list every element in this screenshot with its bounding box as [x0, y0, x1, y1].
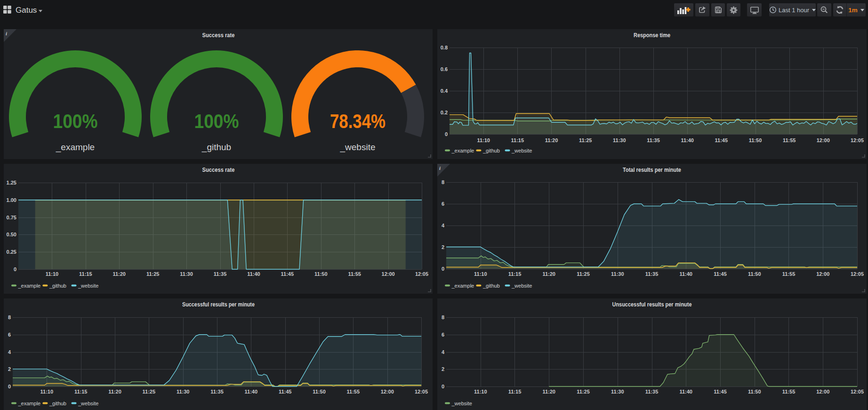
svg-text:Unsuccessful results per minut: Unsuccessful results per minute — [612, 301, 692, 308]
svg-text:11:35: 11:35 — [210, 389, 224, 394]
svg-text:_website: _website — [78, 283, 98, 289]
svg-text:11:45: 11:45 — [279, 389, 292, 394]
svg-text:6: 6 — [442, 332, 444, 338]
svg-text:11:35: 11:35 — [214, 271, 227, 277]
svg-text:1.00: 1.00 — [7, 197, 16, 203]
svg-text:0: 0 — [442, 384, 444, 389]
svg-text:11:45: 11:45 — [281, 271, 294, 277]
svg-text:11:10: 11:10 — [477, 137, 490, 143]
svg-text:11:35: 11:35 — [645, 271, 659, 277]
svg-text:12:00: 12:00 — [817, 137, 830, 143]
svg-text:11:20: 11:20 — [542, 389, 555, 394]
svg-text:11:25: 11:25 — [579, 137, 592, 143]
svg-text:0.25: 0.25 — [7, 249, 16, 255]
svg-text:11:10: 11:10 — [474, 389, 487, 394]
svg-text:Response time: Response time — [634, 32, 670, 39]
svg-text:0: 0 — [8, 384, 11, 389]
svg-text:_website: _website — [511, 148, 532, 153]
svg-text:11:20: 11:20 — [545, 137, 558, 143]
svg-text:_example: _example — [18, 401, 41, 406]
svg-text:_github: _github — [201, 142, 231, 153]
svg-text:11:30: 11:30 — [611, 271, 624, 277]
svg-text:1.25: 1.25 — [7, 180, 16, 185]
svg-text:_website: _website — [511, 283, 532, 289]
svg-text:Total results per minute: Total results per minute — [623, 166, 681, 173]
svg-text:12:00: 12:00 — [816, 271, 829, 277]
svg-text:11:40: 11:40 — [247, 271, 260, 277]
svg-text:_github: _github — [49, 401, 66, 406]
svg-text:11:40: 11:40 — [679, 271, 692, 277]
svg-text:8: 8 — [442, 314, 444, 320]
svg-text:11:25: 11:25 — [146, 271, 160, 277]
svg-text:_example: _example — [451, 283, 474, 289]
svg-text:11:10: 11:10 — [474, 271, 487, 277]
svg-text:11:40: 11:40 — [679, 389, 692, 394]
svg-text:11:30: 11:30 — [177, 389, 190, 394]
svg-text:11:25: 11:25 — [577, 271, 590, 277]
svg-text:100%: 100% — [53, 110, 98, 132]
svg-text:_github: _github — [482, 283, 500, 289]
svg-text:4: 4 — [442, 223, 445, 228]
svg-text:_website: _website — [78, 401, 98, 406]
svg-text:2: 2 — [442, 244, 444, 250]
svg-text:11:35: 11:35 — [647, 137, 660, 143]
svg-text:11:40: 11:40 — [681, 137, 694, 143]
svg-text:11:55: 11:55 — [782, 271, 796, 277]
svg-text:11:15: 11:15 — [511, 137, 524, 143]
svg-text:_example: _example — [56, 142, 95, 153]
svg-text:_example: _example — [18, 283, 41, 289]
svg-text:11:15: 11:15 — [79, 271, 92, 277]
svg-text:11:15: 11:15 — [508, 271, 522, 277]
svg-text:11:35: 11:35 — [645, 389, 659, 394]
svg-text:8: 8 — [8, 314, 11, 320]
svg-text:Success rate: Success rate — [202, 166, 235, 173]
svg-text:2: 2 — [8, 366, 11, 372]
svg-text:0.6: 0.6 — [441, 66, 448, 72]
svg-text:4: 4 — [8, 349, 11, 355]
svg-text:11:20: 11:20 — [542, 271, 555, 277]
svg-text:0.4: 0.4 — [441, 88, 448, 94]
svg-text:11:55: 11:55 — [783, 137, 796, 143]
svg-text:11:15: 11:15 — [74, 389, 88, 394]
svg-text:_website: _website — [451, 401, 472, 406]
svg-text:12:05: 12:05 — [851, 271, 864, 277]
svg-text:0.8: 0.8 — [441, 45, 448, 50]
svg-text:0.50: 0.50 — [7, 232, 16, 237]
svg-text:78.34%: 78.34% — [330, 110, 386, 132]
svg-text:6: 6 — [8, 332, 11, 338]
svg-text:12:00: 12:00 — [381, 389, 394, 394]
svg-text:12:05: 12:05 — [415, 271, 428, 277]
svg-text:11:30: 11:30 — [180, 271, 193, 277]
svg-text:11:55: 11:55 — [782, 389, 796, 394]
svg-text:12:05: 12:05 — [415, 389, 428, 394]
svg-text:0: 0 — [14, 266, 16, 272]
svg-text:11:50: 11:50 — [313, 389, 326, 394]
svg-text:11:10: 11:10 — [40, 389, 54, 394]
svg-text:_github: _github — [482, 148, 500, 153]
svg-text:0: 0 — [445, 131, 448, 137]
svg-text:11:25: 11:25 — [143, 389, 156, 394]
svg-text:11:45: 11:45 — [714, 271, 727, 277]
svg-text:11:55: 11:55 — [347, 389, 360, 394]
svg-text:11:30: 11:30 — [613, 137, 626, 143]
svg-text:11:40: 11:40 — [245, 389, 258, 394]
svg-text:12:00: 12:00 — [382, 271, 395, 277]
svg-text:11:50: 11:50 — [314, 271, 328, 277]
svg-text:11:50: 11:50 — [749, 137, 762, 143]
svg-text:0.2: 0.2 — [441, 110, 448, 115]
svg-text:11:50: 11:50 — [748, 271, 761, 277]
svg-text:11:30: 11:30 — [611, 389, 624, 394]
svg-text:11:20: 11:20 — [113, 271, 126, 277]
svg-text:_example: _example — [451, 148, 474, 153]
svg-text:12:05: 12:05 — [851, 137, 864, 143]
svg-text:8: 8 — [442, 179, 444, 185]
svg-text:_github: _github — [49, 283, 66, 289]
svg-text:12:00: 12:00 — [816, 389, 829, 394]
svg-text:11:45: 11:45 — [715, 137, 728, 143]
svg-text:Successful results per minute: Successful results per minute — [182, 301, 255, 308]
svg-text:11:45: 11:45 — [714, 389, 727, 394]
svg-text:6: 6 — [442, 201, 444, 207]
svg-text:0.75: 0.75 — [7, 215, 16, 220]
svg-text:11:50: 11:50 — [748, 389, 761, 394]
svg-text:11:10: 11:10 — [46, 271, 59, 277]
